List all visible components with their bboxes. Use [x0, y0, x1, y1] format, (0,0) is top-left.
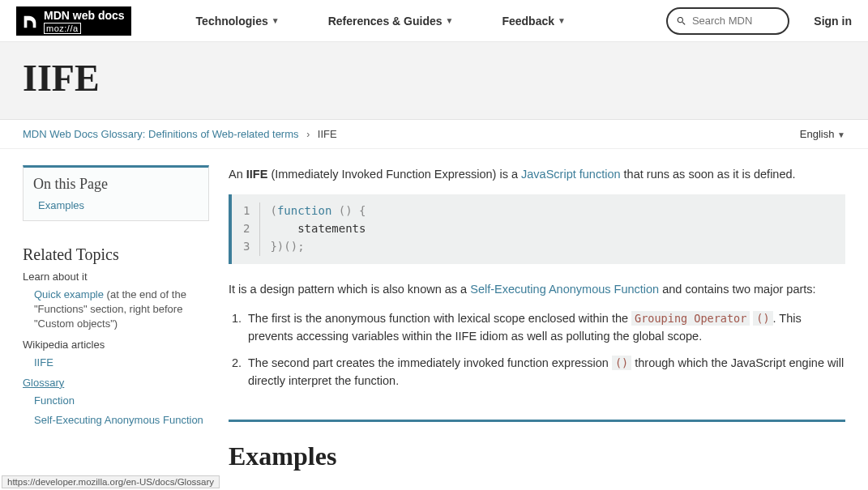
line-num-1: 1	[243, 204, 250, 217]
toc-heading: On this Page	[33, 176, 199, 193]
article-body: An IIFE (Immediately Invoked Function Ex…	[229, 165, 845, 476]
code-l1c: () {	[331, 204, 366, 217]
caret-down-icon: ▼	[446, 16, 454, 25]
code-l2: statements	[270, 222, 366, 235]
line-num-2: 2	[243, 222, 250, 235]
breadcrumb: MDN Web Docs Glossary: Definitions of We…	[23, 128, 337, 140]
caret-down-icon: ▼	[272, 16, 280, 25]
dino-icon	[21, 13, 39, 31]
nav-references[interactable]: References & Guides ▼	[328, 15, 454, 28]
main-nav: Technologies ▼ References & Guides ▼ Fee…	[196, 15, 667, 28]
search-box[interactable]	[666, 7, 789, 35]
code-l1b: function	[277, 204, 331, 217]
related-link-quick-example[interactable]: Quick example	[34, 288, 104, 300]
related-link-function[interactable]: Function	[34, 394, 75, 407]
nav-feedback-label: Feedback	[502, 15, 554, 28]
sign-in-link[interactable]: Sign in	[814, 15, 852, 28]
intro-text-3: that runs as soon as it is defined.	[621, 168, 796, 181]
list-item: The first is the anonymous function with…	[245, 309, 845, 346]
design-link-seaf[interactable]: Self-Executing Anonymous Function	[470, 283, 659, 296]
related-sub-glossary[interactable]: Glossary	[23, 377, 64, 389]
related-link-seaf[interactable]: Self-Executing Anonymous Function	[34, 414, 203, 426]
chevron-right-icon: ›	[306, 129, 310, 140]
related-link-iife[interactable]: IIFE	[34, 356, 53, 369]
code-grouping-operator: Grouping Operator	[631, 311, 750, 326]
intro-paragraph: An IIFE (Immediately Invoked Function Ex…	[229, 165, 845, 183]
title-band: IIFE	[0, 42, 868, 120]
breadcrumb-parent[interactable]: MDN Web Docs Glossary: Definitions of We…	[23, 128, 299, 140]
language-label: English	[800, 128, 835, 140]
intro-text-2: (Immediately Invoked Function Expression…	[267, 168, 521, 181]
mdn-logo[interactable]: MDN web docs moz://a	[16, 6, 131, 36]
list-item: The second part creates the immediately …	[245, 354, 845, 390]
status-bar-url: https://developer.mozilla.org/en-US/docs…	[2, 475, 220, 476]
p2a: The second part creates the immediately …	[248, 356, 612, 369]
search-icon	[676, 15, 687, 28]
nav-references-label: References & Guides	[328, 15, 443, 28]
section-divider	[229, 420, 845, 422]
related-sub-wikipedia: Wikipedia articles	[23, 339, 209, 351]
intro-link-js-function[interactable]: JavaScript function	[521, 168, 621, 181]
code-parens-2: ()	[612, 356, 631, 370]
nav-technologies-label: Technologies	[196, 15, 268, 28]
caret-down-icon: ▼	[558, 16, 566, 25]
related-sub-learn: Learn about it	[23, 271, 209, 283]
two-parts-list: The first is the anonymous function with…	[245, 309, 845, 390]
design-paragraph: It is a design pattern which is also kno…	[229, 280, 845, 298]
nav-technologies[interactable]: Technologies ▼	[196, 15, 280, 28]
search-input[interactable]	[692, 15, 780, 27]
language-selector[interactable]: English ▼	[800, 128, 845, 140]
nav-feedback[interactable]: Feedback ▼	[502, 15, 566, 28]
intro-bold: IIFE	[246, 168, 268, 181]
design-post: and contains two major parts:	[659, 283, 815, 296]
code-l3: })();	[270, 240, 304, 253]
line-num-3: 3	[243, 240, 250, 253]
on-this-page-box: On this Page Examples	[23, 165, 209, 221]
intro-text-1: An	[229, 168, 246, 181]
breadcrumb-current: IIFE	[318, 128, 337, 140]
brand-line2: moz://a	[44, 23, 81, 34]
examples-heading: Examples	[229, 437, 845, 477]
related-heading: Related Topics	[23, 245, 209, 264]
related-topics: Related Topics Learn about it Quick exam…	[23, 245, 209, 428]
design-pre: It is a design pattern which is also kno…	[229, 283, 470, 296]
code-l1a: (	[270, 204, 276, 217]
caret-down-icon: ▼	[837, 130, 845, 139]
toc-item-examples[interactable]: Examples	[38, 199, 84, 211]
p1a: The first is the anonymous function with…	[248, 312, 631, 325]
code-parens: ()	[753, 311, 772, 326]
code-block: 1 2 3(function () { statements })();	[229, 194, 845, 263]
brand-line1: MDN web docs	[44, 10, 125, 21]
page-title: IIFE	[23, 57, 845, 100]
